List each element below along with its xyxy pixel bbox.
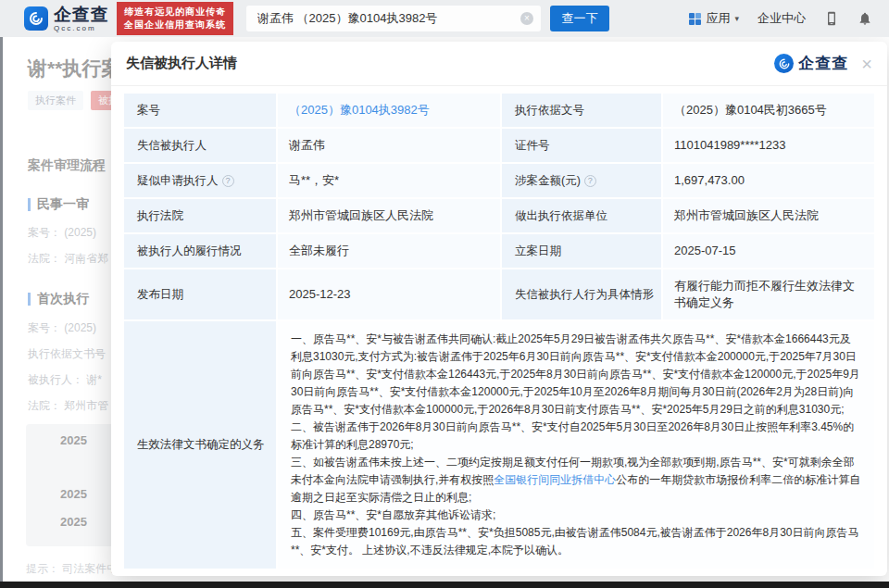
qcc-logo[interactable]: 企查查 Qcc.com	[24, 6, 109, 32]
obligation-text: 一、原告马**、安*与被告谢孟伟共同确认:截止2025年5月29日被告谢孟伟共欠…	[278, 321, 874, 569]
table-row: 失信被执行人 谢孟伟 证件号 1101041989****1233	[124, 129, 874, 162]
top-navigation-bar: 企查查 Qcc.com 缔造有远见的商业传奇 全国企业信用查询系统 × 查一下 …	[0, 0, 889, 37]
field-value: 郑州市管城回族区人民法院	[663, 199, 874, 232]
apps-label: 应用	[706, 10, 730, 27]
table-row: 疑似申请执行人 ? 马**，安* 涉案金额(元) ? 1,697,473.00	[124, 164, 874, 197]
field-label: 执行法院	[124, 199, 276, 232]
info-icon[interactable]: ?	[222, 175, 234, 187]
field-value: 郑州市管城回族区人民法院	[278, 199, 500, 232]
field-label: 疑似申请执行人 ?	[124, 164, 276, 197]
brand-domain: Qcc.com	[54, 25, 109, 32]
search-button[interactable]: 查一下	[550, 6, 609, 31]
field-label: 被执行人的履行情况	[124, 234, 276, 268]
qcc-watermark-logo: 企查查	[774, 53, 848, 74]
field-label-text: 疑似申请执行人	[137, 173, 219, 189]
field-value: 谢孟伟	[278, 129, 500, 162]
field-label: 发布日期	[124, 269, 276, 319]
field-value: 1101041989****1233	[663, 129, 874, 162]
field-value: 2025-12-23	[278, 269, 500, 319]
field-value: 全部未履行	[278, 234, 500, 268]
obligation-paragraph-3: 三、如被告谢孟伟未按上述一、二项约定按期足额支付任何一期款项,视为全部款项到期,…	[291, 454, 861, 507]
table-row: 执行法院 郑州市管城回族区人民法院 做出执行依据单位 郑州市管城回族区人民法院	[124, 199, 874, 232]
slogan-line2: 全国企业信用查询系统	[124, 19, 226, 31]
table-row-obligations: 生效法律文书确定的义务 一、原告马**、安*与被告谢孟伟共同确认:截止2025年…	[124, 321, 874, 569]
detail-table: 案号 （2025）豫0104执3982号 执行依据文号 （2025）豫0104民…	[111, 86, 887, 576]
obligation-paragraph-4: 四、原告马**、安*自愿放弃其他诉讼请求;	[291, 507, 861, 524]
apps-grid-icon	[689, 13, 701, 25]
obligation-paragraph-1: 一、原告马**、安*与被告谢孟伟共同确认:截止2025年5月29日被告谢孟伟共欠…	[291, 331, 861, 419]
mobile-phone-icon[interactable]	[824, 11, 839, 26]
window-left-edge	[0, 37, 3, 582]
field-label: 生效法律文书确定的义务	[124, 321, 276, 569]
chevron-down-icon: ▾	[734, 14, 739, 23]
search-box: ×	[246, 6, 541, 31]
qcc-watermark-text: 企查查	[798, 53, 848, 74]
obligation-paragraph-2: 二、被告谢孟伟于2026年8月30日前向原告马**、安*支付自2025年5月30…	[291, 419, 861, 454]
field-label: 做出执行依据单位	[502, 199, 661, 232]
topbar-right-nav: 应用 ▾ 企业中心	[689, 10, 872, 27]
qcc-logo-text: 企查查 Qcc.com	[54, 6, 109, 32]
obligation-paragraph-5: 五、案件受理费10169元,由原告马**、安*负担5085元,由被告谢孟伟508…	[291, 524, 861, 559]
close-icon[interactable]: ×	[861, 55, 872, 73]
clear-search-icon[interactable]: ×	[520, 12, 533, 25]
brand-name: 企查查	[54, 6, 109, 23]
field-label: 案号	[124, 94, 276, 127]
bell-icon[interactable]	[858, 11, 872, 26]
field-label: 失信被执行人	[124, 129, 276, 162]
field-value: （2025）豫0104执3982号	[278, 94, 500, 127]
field-value: 1,697,473.00	[663, 164, 874, 197]
window-bottom-edge	[0, 582, 889, 588]
qcc-watermark-icon	[774, 54, 794, 73]
table-row: 案号 （2025）豫0104执3982号 执行依据文号 （2025）豫0104民…	[124, 94, 874, 127]
field-value: （2025）豫0104民初3665号	[663, 94, 874, 127]
modal-title: 失信被执行人详情	[126, 55, 237, 72]
qcc-logo-icon	[24, 6, 48, 31]
table-row: 被执行人的履行情况 全部未履行 立案日期 2025-07-15	[124, 234, 874, 268]
enterprise-center-link[interactable]: 企业中心	[758, 10, 806, 27]
field-label-text: 涉案金额(元)	[515, 173, 581, 189]
apps-menu[interactable]: 应用 ▾	[689, 10, 739, 27]
modal-header-right: 企查查 ×	[774, 53, 872, 74]
case-number-link[interactable]: （2025）豫0104执3982号	[289, 102, 430, 119]
info-icon[interactable]: ?	[584, 175, 596, 187]
table-row: 发布日期 2025-12-23 失信被执行人行为具体情形 有履行能力而拒不履行生…	[124, 269, 874, 319]
modal-header: 失信被执行人详情 企查查 ×	[111, 42, 887, 86]
field-value: 马**，安*	[278, 164, 500, 197]
field-label: 立案日期	[502, 234, 661, 268]
brand-slogan-badge: 缔造有远见的商业传奇 全国企业信用查询系统	[117, 2, 233, 35]
field-label: 证件号	[502, 129, 661, 162]
field-label: 涉案金额(元) ?	[502, 164, 661, 197]
field-label: 失信被执行人行为具体情形	[502, 269, 661, 319]
slogan-line1: 缔造有远见的商业传奇	[124, 6, 226, 19]
dishonest-executee-detail-modal: 失信被执行人详情 企查查 × 案号 （2025）豫0104执3982号 执行依据…	[111, 42, 887, 576]
field-value: 有履行能力而拒不履行生效法律文书确定义务	[663, 269, 874, 319]
search-input[interactable]	[257, 12, 520, 26]
field-label: 执行依据文号	[502, 94, 661, 127]
interbank-center-link[interactable]: 全国银行间同业拆借中心	[494, 473, 616, 486]
field-value: 2025-07-15	[663, 234, 874, 268]
